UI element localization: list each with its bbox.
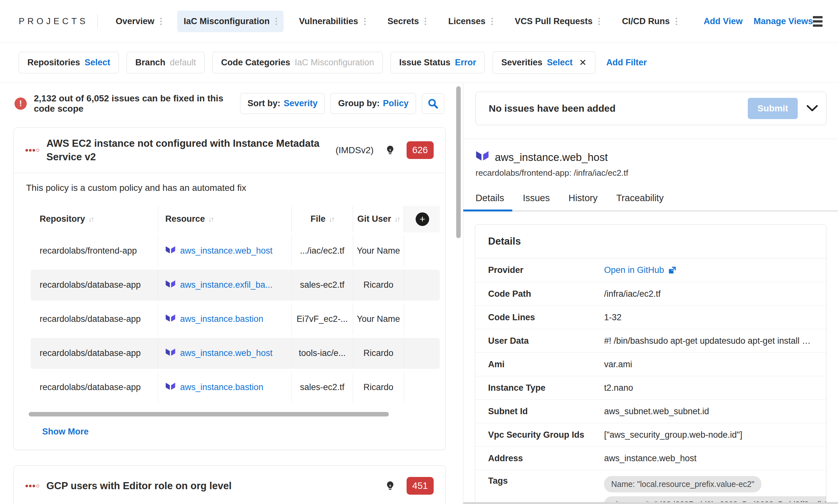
column-header-file[interactable]: File ↓↑ bbox=[291, 206, 353, 232]
details-card: Details Provider Open in GitHub Code Pat… bbox=[475, 224, 826, 504]
kebab-menu-icon[interactable] bbox=[364, 18, 366, 25]
table-header: Repository ↓↑ Resource ↓↑ File ↓↑ Git bbox=[31, 206, 440, 232]
sort-icon[interactable]: ↓↑ bbox=[88, 215, 93, 223]
sort-icon[interactable]: ↓↑ bbox=[329, 215, 334, 223]
table-row[interactable]: recardolabs/database-app aws_instance.ba… bbox=[31, 304, 440, 335]
error-count-icon: ! bbox=[15, 97, 27, 110]
detail-row-address: Address aws_instance.web_host bbox=[475, 446, 826, 470]
divider bbox=[97, 14, 98, 29]
policy-title-suffix: (IMDSv2) bbox=[336, 145, 373, 156]
filter-repositories[interactable]: Repositories Select bbox=[19, 52, 119, 73]
horizontal-scrollbar[interactable] bbox=[29, 412, 389, 416]
app-window: PROJECTS Overview IaC Misconfiguration V… bbox=[0, 0, 838, 504]
issue-count-badge: 451 bbox=[407, 477, 434, 495]
filter-issue-status[interactable]: Issue Status Error bbox=[391, 52, 485, 73]
detail-panel: No issues have been added Submit aws_ins… bbox=[463, 83, 838, 504]
top-nav: PROJECTS Overview IaC Misconfiguration V… bbox=[0, 0, 838, 43]
filter-severities[interactable]: Severities Select ✕ bbox=[493, 52, 595, 74]
tab-vcs-pull-requests[interactable]: VCS Pull Requests bbox=[508, 11, 607, 32]
sort-icon[interactable]: ↓↑ bbox=[394, 215, 399, 223]
column-header-repository[interactable]: Repository ↓↑ bbox=[31, 206, 158, 232]
lightbulb-icon[interactable] bbox=[385, 145, 396, 156]
detail-row-user-data: User Data #! /bin/bashsudo apt-get updat… bbox=[475, 329, 826, 353]
issues-panel: ! 2,132 out of 6,052 issues can be fixed… bbox=[0, 83, 463, 504]
filter-code-categories[interactable]: Code Categories IaC Misconfiguration bbox=[212, 52, 383, 73]
filter-bar: Repositories Select Branch default Code … bbox=[0, 43, 838, 83]
policy-card-header[interactable]: GCP users with Editor role on org level … bbox=[14, 466, 445, 504]
manage-views-link[interactable]: Manage Views bbox=[754, 16, 813, 26]
detail-row-instance-type: Instance Type t2.nano bbox=[475, 376, 826, 399]
tag-pill: Name: "local.resource_prefix.value-ec2" bbox=[604, 476, 761, 492]
policy-card-header[interactable]: AWS EC2 instance not configured with Ins… bbox=[14, 128, 445, 173]
tab-licenses[interactable]: Licenses bbox=[442, 11, 499, 32]
terraform-icon bbox=[165, 280, 176, 290]
search-button[interactable] bbox=[422, 93, 444, 114]
chevron-down-icon[interactable] bbox=[807, 105, 818, 112]
terraform-icon bbox=[476, 150, 489, 164]
resource-link[interactable]: aws_instance.web_host bbox=[180, 246, 273, 256]
tab-iac-misconfiguration[interactable]: IaC Misconfiguration bbox=[177, 11, 284, 32]
nav-tabs: Overview IaC Misconfiguration Vulnerabil… bbox=[109, 11, 693, 32]
resource-link[interactable]: aws_instance.bastion bbox=[180, 382, 263, 392]
resource-link[interactable]: aws_instance.bastion bbox=[180, 314, 263, 324]
tab-history[interactable]: History bbox=[568, 193, 597, 211]
tab-issues[interactable]: Issues bbox=[523, 193, 550, 211]
table-row[interactable]: recardolabs/frontend-app aws_instance.we… bbox=[31, 236, 440, 267]
show-more-link[interactable]: Show More bbox=[42, 427, 89, 437]
menu-icon[interactable] bbox=[813, 16, 823, 27]
policy-card-body: This policy is a custom policy and has a… bbox=[14, 183, 445, 450]
kebab-menu-icon[interactable] bbox=[491, 18, 493, 25]
open-in-github-link[interactable]: Open in GitHub bbox=[604, 265, 676, 275]
issues-table: Repository ↓↑ Resource ↓↑ File ↓↑ Git bbox=[31, 206, 440, 403]
detail-row-code-path: Code Path /infra/iac/ec2.tf bbox=[475, 282, 826, 305]
terraform-icon bbox=[165, 348, 176, 359]
brand-logo: PROJECTS bbox=[19, 16, 88, 26]
tab-vulnerabilities[interactable]: Vulnerabilities bbox=[293, 11, 372, 32]
tab-traceability[interactable]: Traceability bbox=[616, 193, 664, 211]
submit-button[interactable]: Submit bbox=[748, 98, 798, 119]
filter-branch[interactable]: Branch default bbox=[126, 52, 205, 73]
severity-error-icon bbox=[25, 484, 39, 488]
sort-by-control[interactable]: Sort by: Severity bbox=[240, 93, 325, 114]
table-row[interactable]: recardolabs/database-app aws_instance.ex… bbox=[31, 270, 440, 301]
table-row[interactable]: recardolabs/database-app aws_instance.ba… bbox=[31, 372, 440, 403]
column-header-git-user[interactable]: Git User ↓↑ bbox=[353, 206, 404, 232]
add-filter-button[interactable]: Add Filter bbox=[606, 58, 647, 68]
detail-row-provider: Provider Open in GitHub bbox=[475, 258, 826, 282]
resource-link[interactable]: aws_instance.exfil_ba... bbox=[180, 280, 273, 290]
resource-header: aws_instance.web_host recardolabs/fronte… bbox=[463, 139, 838, 178]
kebab-menu-icon[interactable] bbox=[160, 18, 162, 25]
kebab-menu-icon[interactable] bbox=[275, 18, 277, 25]
add-view-link[interactable]: Add View bbox=[704, 16, 742, 26]
tab-details[interactable]: Details bbox=[476, 193, 504, 211]
tab-overview[interactable]: Overview bbox=[109, 11, 168, 32]
sort-icon[interactable]: ↓↑ bbox=[208, 215, 213, 223]
terraform-icon bbox=[165, 314, 176, 324]
kebab-menu-icon[interactable] bbox=[598, 18, 600, 25]
column-header-extra: + bbox=[404, 206, 440, 232]
submit-bar: No issues have been added Submit bbox=[476, 92, 826, 125]
group-by-control[interactable]: Group by: Policy bbox=[330, 93, 416, 114]
horizontal-scrollbar[interactable] bbox=[463, 502, 838, 504]
column-header-resource[interactable]: Resource ↓↑ bbox=[158, 206, 291, 232]
submit-message: No issues have been added bbox=[489, 103, 615, 114]
kebab-menu-icon[interactable] bbox=[675, 18, 677, 25]
detail-row-subnet-id: Subnet Id aws_subnet.web_subnet.id bbox=[475, 399, 826, 423]
remove-filter-icon[interactable]: ✕ bbox=[579, 57, 586, 68]
detail-row-code-lines: Code Lines 1-32 bbox=[475, 305, 826, 329]
kebab-menu-icon[interactable] bbox=[425, 18, 426, 25]
lightbulb-icon[interactable] bbox=[385, 481, 396, 491]
detail-row-tags: Tags Name: "local.resource_prefix.value-… bbox=[475, 470, 826, 504]
table-row[interactable]: recardolabs/database-app aws_instance.we… bbox=[31, 338, 440, 369]
add-column-button[interactable]: + bbox=[416, 212, 429, 226]
detail-row-ami: Ami var.ami bbox=[475, 353, 826, 376]
policy-title: GCP users with Editor role on org level bbox=[46, 479, 232, 493]
policy-card: GCP users with Editor role on org level … bbox=[14, 465, 446, 504]
vertical-scrollbar[interactable] bbox=[456, 86, 461, 238]
severity-error-icon bbox=[25, 149, 39, 152]
tab-secrets[interactable]: Secrets bbox=[381, 11, 433, 32]
resource-name: aws_instance.web_host bbox=[495, 151, 608, 163]
resource-path: recardolabs/frontend-app: /infra/iac/ec2… bbox=[476, 168, 838, 178]
resource-link[interactable]: aws_instance.web_host bbox=[180, 348, 273, 358]
tab-cicd-runs[interactable]: CI/CD Runs bbox=[615, 11, 684, 32]
